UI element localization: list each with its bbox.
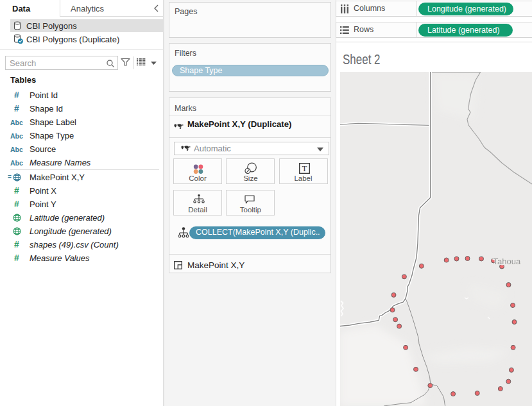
svg-text:T: T [302, 164, 307, 173]
svg-text:Tahoua: Tahoua [493, 257, 521, 266]
